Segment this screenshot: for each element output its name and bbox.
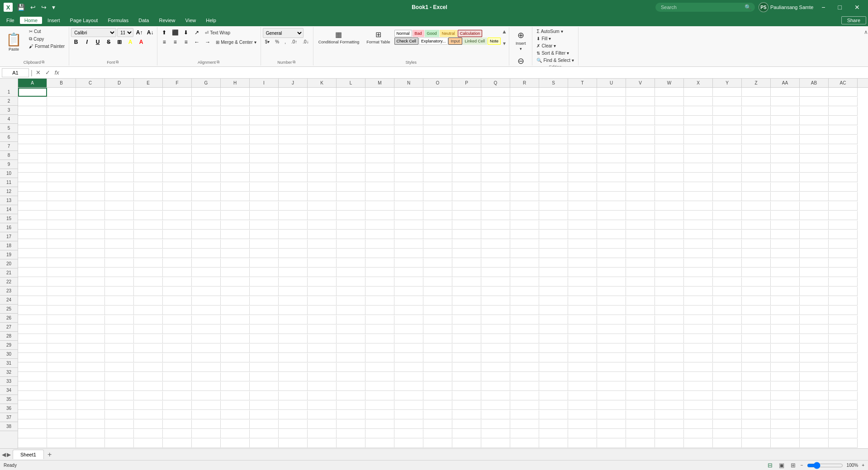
cell-G35[interactable] xyxy=(192,410,221,419)
cell-D16[interactable] xyxy=(105,230,134,239)
cell-F37[interactable] xyxy=(163,429,192,438)
cell-J3[interactable] xyxy=(279,107,308,116)
percent-button[interactable]: % xyxy=(273,38,281,45)
col-header-B[interactable]: B xyxy=(47,79,76,87)
cell-AB10[interactable] xyxy=(800,173,829,182)
cell-AB33[interactable] xyxy=(800,391,829,400)
currency-button[interactable]: $▾ xyxy=(263,38,272,45)
cell-N10[interactable] xyxy=(394,173,423,182)
cell-AA28[interactable] xyxy=(771,344,800,353)
cell-X4[interactable] xyxy=(684,116,713,125)
cell-F7[interactable] xyxy=(163,145,192,154)
cell-G30[interactable] xyxy=(192,363,221,372)
cell-S29[interactable] xyxy=(539,353,568,362)
cell-K11[interactable] xyxy=(308,183,337,192)
cell-U34[interactable] xyxy=(597,401,626,410)
cell-E30[interactable] xyxy=(134,363,163,372)
cell-AB32[interactable] xyxy=(800,382,829,391)
cell-K9[interactable] xyxy=(308,164,337,173)
cell-J11[interactable] xyxy=(279,183,308,192)
cell-K14[interactable] xyxy=(308,211,337,220)
align-middle-button[interactable]: ⬛ xyxy=(170,28,180,37)
cell-E28[interactable] xyxy=(134,344,163,353)
col-header-K[interactable]: K xyxy=(308,79,337,87)
cell-H19[interactable] xyxy=(221,258,250,268)
cell-O31[interactable] xyxy=(423,372,452,381)
cell-D28[interactable] xyxy=(105,344,134,353)
cell-Y17[interactable] xyxy=(713,240,742,249)
cell-U5[interactable] xyxy=(597,126,626,135)
cell-A7[interactable] xyxy=(18,145,47,154)
cell-Z33[interactable] xyxy=(742,391,771,400)
cell-B21[interactable] xyxy=(47,277,76,287)
cell-X7[interactable] xyxy=(684,145,713,154)
cell-C17[interactable] xyxy=(76,240,105,249)
cell-O25[interactable] xyxy=(423,315,452,324)
cell-O7[interactable] xyxy=(423,145,452,154)
row-header-28[interactable]: 28 xyxy=(0,332,18,341)
cell-C35[interactable] xyxy=(76,410,105,419)
cell-U27[interactable] xyxy=(597,334,626,343)
cell-Z36[interactable] xyxy=(742,420,771,429)
cell-F21[interactable] xyxy=(163,277,192,287)
cell-R22[interactable] xyxy=(510,287,539,296)
cell-D20[interactable] xyxy=(105,268,134,277)
cell-AA38[interactable] xyxy=(771,439,800,448)
cell-X13[interactable] xyxy=(684,202,713,211)
cell-A14[interactable] xyxy=(18,211,47,220)
cell-R11[interactable] xyxy=(510,183,539,192)
cell-AC10[interactable] xyxy=(829,173,858,182)
cell-D21[interactable] xyxy=(105,277,134,287)
cell-D25[interactable] xyxy=(105,315,134,324)
cell-L9[interactable] xyxy=(337,164,365,173)
cell-AC27[interactable] xyxy=(829,334,858,343)
cell-W30[interactable] xyxy=(655,363,684,372)
cell-D36[interactable] xyxy=(105,420,134,429)
cell-U21[interactable] xyxy=(597,277,626,287)
cell-F15[interactable] xyxy=(163,221,192,230)
cell-R33[interactable] xyxy=(510,391,539,400)
cell-W22[interactable] xyxy=(655,287,684,296)
cell-W1[interactable] xyxy=(655,88,684,97)
cell-E27[interactable] xyxy=(134,334,163,343)
cell-G29[interactable] xyxy=(192,353,221,362)
cell-J35[interactable] xyxy=(279,410,308,419)
cell-A17[interactable] xyxy=(18,240,47,249)
confirm-formula-button[interactable]: ✓ xyxy=(44,69,52,76)
cell-D34[interactable] xyxy=(105,401,134,410)
cell-I25[interactable] xyxy=(250,315,279,324)
cell-R34[interactable] xyxy=(510,401,539,410)
menu-file[interactable]: File xyxy=(2,17,19,24)
cell-D1[interactable] xyxy=(105,88,134,97)
row-header-21[interactable]: 21 xyxy=(0,268,18,277)
cell-Q29[interactable] xyxy=(481,353,510,362)
cell-AC4[interactable] xyxy=(829,116,858,125)
cell-AA4[interactable] xyxy=(771,116,800,125)
cell-K33[interactable] xyxy=(308,391,337,400)
cell-AA13[interactable] xyxy=(771,202,800,211)
row-header-11[interactable]: 11 xyxy=(0,178,18,187)
cell-E29[interactable] xyxy=(134,353,163,362)
cell-W36[interactable] xyxy=(655,420,684,429)
cell-A27[interactable] xyxy=(18,334,47,343)
copy-button[interactable]: ⧉ Copy xyxy=(27,35,67,42)
cell-F9[interactable] xyxy=(163,164,192,173)
cell-Y30[interactable] xyxy=(713,363,742,372)
cell-AB9[interactable] xyxy=(800,164,829,173)
cell-V24[interactable] xyxy=(626,306,655,315)
cell-B33[interactable] xyxy=(47,391,76,400)
cell-O20[interactable] xyxy=(423,268,452,277)
cell-Q18[interactable] xyxy=(481,249,510,258)
cell-T23[interactable] xyxy=(568,296,597,306)
cell-W15[interactable] xyxy=(655,221,684,230)
cell-M2[interactable] xyxy=(365,97,394,106)
row-header-6[interactable]: 6 xyxy=(0,133,18,142)
cell-B2[interactable] xyxy=(47,97,76,106)
cell-R28[interactable] xyxy=(510,344,539,353)
cell-G28[interactable] xyxy=(192,344,221,353)
increase-indent-button[interactable]: → xyxy=(203,38,213,47)
cell-K22[interactable] xyxy=(308,287,337,296)
cell-V11[interactable] xyxy=(626,183,655,192)
cell-G1[interactable] xyxy=(192,88,221,97)
cell-AA1[interactable] xyxy=(771,88,800,97)
